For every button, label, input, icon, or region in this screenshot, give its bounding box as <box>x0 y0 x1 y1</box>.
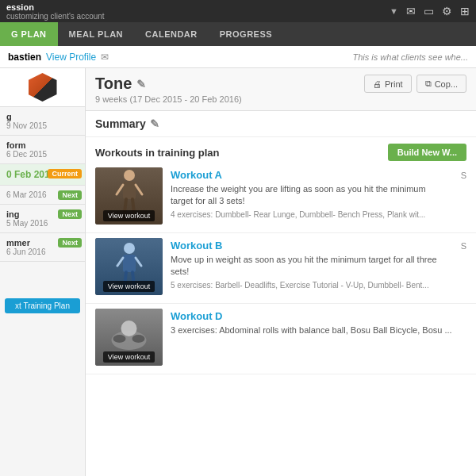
workout-b-desc: Move up in weight as soon as you hit the… <box>171 254 443 278</box>
workout-d-name[interactable]: Workout D <box>171 310 466 322</box>
workout-a-count: S <box>451 167 466 225</box>
summary-section: Summary ✎ <box>86 111 476 137</box>
workout-b-name[interactable]: Workout B <box>171 240 443 251</box>
person-figure-d <box>107 317 151 352</box>
profile-left: bastien View Profile ✉ <box>8 52 109 63</box>
workout-item-d: View workout Workout D 3 exercises: Abdo… <box>86 309 476 374</box>
workout-thumbnail-a: View workout <box>95 167 163 225</box>
content-header: Tone ✎ 9 weeks (17 Dec 2015 - 20 Feb 201… <box>86 68 476 111</box>
content-area: Tone ✎ 9 weeks (17 Dec 2015 - 20 Feb 201… <box>86 68 476 476</box>
header-buttons: 🖨 Print ⧉ Cop... <box>364 75 466 93</box>
tab-progress[interactable]: PROGRESS <box>209 22 283 46</box>
app-title: ession <box>6 2 105 12</box>
profile-email-icon[interactable]: ✉ <box>101 52 109 63</box>
profile-hint: This is what clients see whe... <box>352 52 468 62</box>
svg-point-0 <box>124 170 135 181</box>
next-badge-3: Next <box>58 238 82 248</box>
workout-a-exercises: 4 exercises: Dumbbell- Rear Lunge, Dumbb… <box>171 210 443 219</box>
view-profile-link[interactable]: View Profile <box>46 52 96 63</box>
plan-title-text: Tone <box>95 75 132 93</box>
tab-calendar[interactable]: CALENDAR <box>134 22 209 46</box>
workout-a-desc: Increase the weight you are lifting as s… <box>171 183 443 208</box>
nav-tabs: G PLAN MEAL PLAN CALENDAR PROGRESS <box>0 22 476 46</box>
workouts-section-title: Workouts in training plan <box>95 147 219 159</box>
svg-point-13 <box>121 321 136 336</box>
sidebar-item-6[interactable]: mmer 6 Jun 2016 Next <box>0 233 85 262</box>
print-button[interactable]: 🖨 Print <box>364 75 412 93</box>
sidebar-item-2[interactable]: form 6 Dec 2015 <box>0 136 85 164</box>
edit-title-icon[interactable]: ✎ <box>136 78 146 90</box>
sidebar-item-1[interactable]: g 9 Nov 2015 <box>0 107 85 136</box>
app-info: ession customizing client's account <box>6 2 105 21</box>
dropdown-icon[interactable]: ▼ <box>390 6 398 16</box>
workout-b-count: S <box>451 238 466 295</box>
plan-info: Tone ✎ 9 weeks (17 Dec 2015 - 20 Feb 201… <box>95 75 242 104</box>
grid-icon[interactable]: ⊞ <box>460 5 470 17</box>
app-subtitle: customizing client's account <box>6 12 105 21</box>
summary-title-text: Summary <box>95 117 146 130</box>
workout-d-desc: 3 exercises: Abdominal rolls with balanc… <box>171 324 466 336</box>
logo-shape <box>29 73 57 102</box>
view-workout-b-btn[interactable]: View workout <box>103 281 155 292</box>
svg-rect-7 <box>123 255 136 272</box>
workout-thumbnail-b: View workout <box>95 238 163 295</box>
build-new-workout-btn[interactable]: Build New W... <box>388 144 466 161</box>
workout-info-a: Workout A Increase the weight you are li… <box>171 167 443 225</box>
svg-point-6 <box>124 243 135 254</box>
svg-line-8 <box>117 258 123 266</box>
view-workout-a-btn[interactable]: View workout <box>103 210 155 221</box>
next-badge-1: Next <box>58 190 82 200</box>
svg-line-3 <box>136 185 142 194</box>
workout-item-a: View workout Workout A Increase the weig… <box>86 167 476 233</box>
printer-icon: 🖨 <box>373 79 382 89</box>
sidebar-item-4[interactable]: 6 Mar 2016 Next <box>0 186 85 205</box>
edit-summary-icon[interactable]: ✎ <box>150 117 159 130</box>
current-badge: Current <box>48 169 82 178</box>
workout-b-exercises: 5 exercises: Barbell- Deadlifts, Exercis… <box>171 281 443 290</box>
main-layout: g 9 Nov 2015 form 6 Dec 2015 0 Feb 2016 … <box>0 68 476 476</box>
sidebar-item-5[interactable]: ing 5 May 2016 Next <box>0 205 85 233</box>
next-badge-2: Next <box>58 209 82 219</box>
workout-info-d: Workout D 3 exercises: Abdominal rolls w… <box>171 309 466 366</box>
settings-icon[interactable]: ⚙ <box>442 5 452 17</box>
view-workout-d-btn[interactable]: View workout <box>103 351 155 363</box>
copy-button[interactable]: ⧉ Cop... <box>416 75 466 93</box>
top-icons: ▼ ✉ ▭ ⚙ ⊞ <box>390 5 470 17</box>
tab-training-plan[interactable]: G PLAN <box>0 22 58 46</box>
plan-title-row: Tone ✎ <box>95 75 242 93</box>
svg-point-15 <box>132 335 144 343</box>
svg-line-9 <box>136 258 141 266</box>
client-name: bastien <box>8 52 41 63</box>
svg-line-2 <box>117 185 123 194</box>
workout-item-b: View workout Workout B Move up in weight… <box>86 238 476 304</box>
workout-a-name[interactable]: Workout A <box>171 169 443 181</box>
next-training-plan-btn[interactable]: xt Training Plan <box>5 298 80 313</box>
person-figure-a <box>113 169 145 217</box>
tablet-icon[interactable]: ▭ <box>424 5 434 17</box>
sidebar-item-3-current[interactable]: 0 Feb 2016 Current <box>0 164 85 186</box>
profile-bar: bastien View Profile ✉ This is what clie… <box>0 46 476 68</box>
workouts-header: Workouts in training plan Build New W... <box>86 137 476 167</box>
summary-title-row: Summary ✎ <box>95 117 466 130</box>
copy-icon: ⧉ <box>425 79 432 89</box>
sidebar: g 9 Nov 2015 form 6 Dec 2015 0 Feb 2016 … <box>0 68 86 476</box>
mail-icon[interactable]: ✉ <box>406 5 416 17</box>
svg-rect-1 <box>123 182 136 199</box>
sidebar-logo <box>0 68 85 107</box>
top-bar: ession customizing client's account ▼ ✉ … <box>0 0 476 22</box>
plan-dates: 9 weeks (17 Dec 2015 - 20 Feb 2016) <box>95 94 242 104</box>
workout-info-b: Workout B Move up in weight as soon as y… <box>171 238 443 295</box>
tab-meal-plan[interactable]: MEAL PLAN <box>58 22 134 46</box>
svg-point-14 <box>113 335 125 343</box>
workout-thumbnail-d: View workout <box>95 309 163 366</box>
